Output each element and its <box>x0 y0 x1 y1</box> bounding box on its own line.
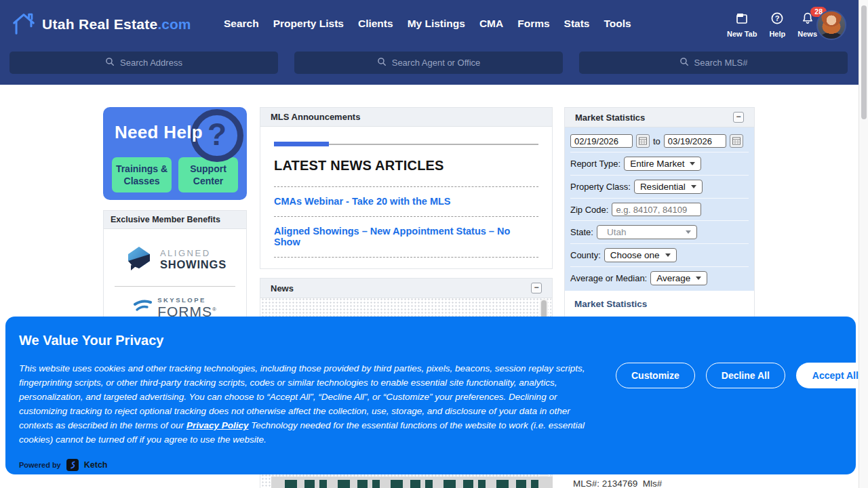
cookie-consent-banner: We Value Your Privacy This website uses … <box>5 317 856 474</box>
zip-code-input[interactable] <box>612 203 701 216</box>
news-button[interactable]: 28 News <box>797 12 817 38</box>
aligned-showings-icon <box>123 243 155 277</box>
page: Utah Real Estate.com Search Property Lis… <box>0 0 868 488</box>
top-navbar: Utah Real Estate.com Search Property Lis… <box>0 0 868 85</box>
header-actions: New Tab ? Help 28 <box>727 12 817 38</box>
privacy-banner-text: This website uses cookies and other trac… <box>19 361 602 447</box>
new-tab-button[interactable]: New Tab <box>727 12 757 38</box>
privacy-policy-link[interactable]: Privacy Policy <box>186 420 249 430</box>
mls-announcements-panel: MLS Announcements LATEST NEWS ARTICLES C… <box>260 107 553 269</box>
help-button[interactable]: ? Help <box>769 12 785 38</box>
mls-announcements-title: MLS Announcements <box>271 112 360 122</box>
chevron-down-icon <box>665 253 671 257</box>
help-icon: ? <box>770 12 784 28</box>
need-help-buttons: Trainings & Classes Support Center <box>112 157 238 192</box>
trainings-classes-button[interactable]: Trainings & Classes <box>112 157 172 192</box>
svg-text:?: ? <box>775 14 780 22</box>
nav-forms[interactable]: Forms <box>517 18 549 30</box>
support-center-button[interactable]: Support Center <box>178 157 238 192</box>
search-icon <box>679 57 689 68</box>
chevron-down-icon <box>696 277 701 280</box>
nav-property-lists[interactable]: Property Lists <box>273 18 344 30</box>
nav-search[interactable]: Search <box>224 18 259 30</box>
search-address-input[interactable]: Search Address <box>9 52 278 74</box>
search-icon <box>105 57 115 68</box>
nav-tools[interactable]: Tools <box>604 18 631 30</box>
skyslope-icon <box>133 299 152 318</box>
news-partial-headline <box>271 476 553 488</box>
calendar-icon[interactable] <box>730 134 743 148</box>
accept-all-button[interactable]: Accept All <box>796 363 868 388</box>
chevron-down-icon <box>690 162 695 165</box>
carousel-progress <box>274 142 538 147</box>
calendar-icon[interactable] <box>636 134 650 148</box>
results-title: Market Statistics <box>574 299 745 309</box>
new-tab-icon <box>735 12 749 28</box>
search-mls-input[interactable]: Search MLS# <box>579 52 848 74</box>
news-article-link[interactable]: CMAs Webinar - Take 20 with the MLS <box>274 196 538 207</box>
aligned-showings-logo[interactable]: ALIGNED SHOWINGS <box>104 229 246 277</box>
news-title: News <box>271 283 294 293</box>
date-to-label: to <box>653 136 660 146</box>
nav-cma[interactable]: CMA <box>479 18 503 30</box>
brand-name: Utah Real Estate <box>42 16 158 32</box>
mls-number-partial-text: MLS#: 2134769 Mls# <box>573 479 662 488</box>
need-help-title: Need Help <box>115 122 203 143</box>
collapse-news-button[interactable]: − <box>531 283 542 293</box>
market-stats-form: to Report Type: Entire Market Property C… <box>565 127 754 291</box>
page-scrollbar-track[interactable] <box>859 0 868 488</box>
chevron-down-icon <box>686 230 691 234</box>
market-statistics-title: Market Statistics <box>575 113 645 123</box>
user-avatar[interactable] <box>816 10 846 40</box>
search-icon <box>377 57 387 68</box>
report-type-select[interactable]: Entire Market <box>624 157 701 171</box>
cookie-buttons: Customize Decline All Accept All <box>616 363 868 388</box>
brand-tld: .com <box>158 16 191 32</box>
page-scrollbar-thumb[interactable] <box>861 5 867 119</box>
need-help-card: Need Help ? Trainings & Classes Support … <box>103 107 247 200</box>
divider <box>274 186 538 187</box>
latest-news-heading: LATEST NEWS ARTICLES <box>274 158 538 174</box>
ketch-icon <box>66 459 79 471</box>
powered-by-ketch[interactable]: Powered by Ketch <box>19 459 107 471</box>
chevron-down-icon <box>691 185 696 188</box>
privacy-banner-title: We Value Your Privacy <box>19 333 163 348</box>
divider <box>274 216 538 217</box>
average-median-select[interactable]: Average <box>650 271 707 285</box>
decline-all-button[interactable]: Decline All <box>706 363 785 388</box>
nav-clients[interactable]: Clients <box>358 18 393 30</box>
divider <box>274 257 538 258</box>
date-from-input[interactable] <box>570 134 633 148</box>
member-benefits-title: Exclusive Member Benefits <box>111 215 220 224</box>
site-logo[interactable]: Utah Real Estate.com <box>9 9 191 39</box>
main-nav: Search Property Lists Clients My Listing… <box>224 18 631 30</box>
news-article-link[interactable]: Aligned Showings – New Appointment Statu… <box>274 226 538 247</box>
search-agent-office-input[interactable]: Search Agent or Office <box>294 52 563 74</box>
collapse-market-stats-button[interactable]: − <box>733 112 744 123</box>
date-to-input[interactable] <box>664 134 726 148</box>
house-logo-icon <box>9 9 38 39</box>
nav-stats[interactable]: Stats <box>564 18 590 30</box>
county-select[interactable]: Choose one <box>604 248 677 262</box>
divider <box>115 286 235 287</box>
market-statistics-panel: Market Statistics − to Report Type: Enti… <box>564 107 755 342</box>
customize-button[interactable]: Customize <box>616 363 695 388</box>
nav-my-listings[interactable]: My Listings <box>408 18 465 30</box>
state-select[interactable]: Utah <box>597 225 697 239</box>
property-class-select[interactable]: Residential <box>634 180 703 194</box>
